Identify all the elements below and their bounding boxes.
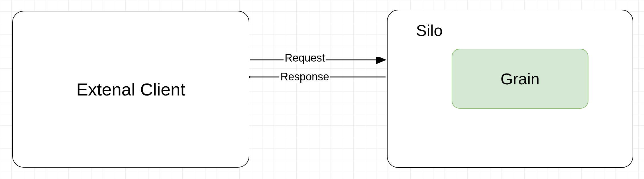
client-box: Extenal Client <box>12 11 249 168</box>
grain-box: Grain <box>452 49 588 109</box>
grain-label: Grain <box>501 70 540 88</box>
silo-title: Silo <box>416 21 443 40</box>
client-label: Extenal Client <box>76 79 186 99</box>
request-label: Request <box>284 52 326 64</box>
arrows-container: Request Response <box>249 57 387 94</box>
silo-box: Silo Grain <box>387 10 633 168</box>
response-label: Response <box>279 71 330 83</box>
